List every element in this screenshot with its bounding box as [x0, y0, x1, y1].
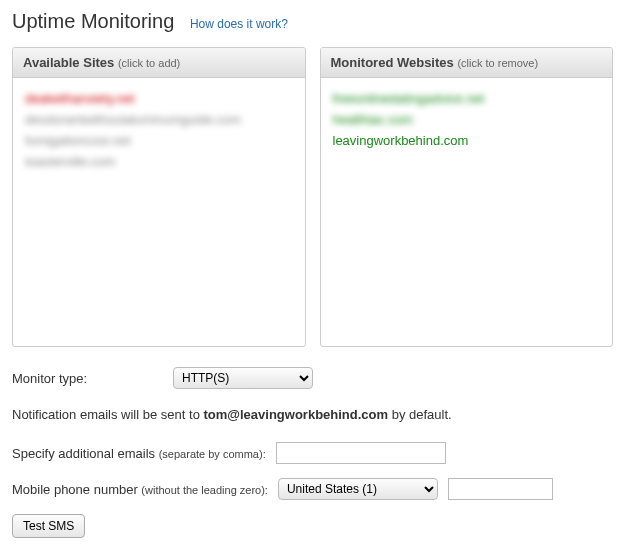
available-sites-list: dealwithanxiety.netdeodorantwithoutalumi… — [13, 78, 305, 346]
site-item[interactable]: leavingworkbehind.com — [333, 130, 601, 151]
note-prefix: Notification emails will be sent to — [12, 407, 203, 422]
site-item[interactable]: deodorantwithoutaluminumguide.com — [25, 109, 293, 130]
phone-country-select[interactable]: United States (1) — [278, 478, 438, 500]
site-item[interactable]: fumigationcost.net — [25, 130, 293, 151]
phone-number-input[interactable] — [448, 478, 553, 500]
additional-emails-label-wrap: Specify additional emails (separate by c… — [12, 446, 266, 461]
panels-row: Available Sites (click to add) dealwitha… — [12, 47, 613, 347]
monitor-type-select[interactable]: HTTP(S) — [173, 367, 313, 389]
monitored-sites-header: Monitored Websites (click to remove) — [321, 48, 613, 78]
site-item[interactable]: freeonlinedatingadvice.net — [333, 88, 601, 109]
phone-sub: (without the leading zero): — [141, 484, 268, 496]
note-suffix: by default. — [388, 407, 452, 422]
notification-note: Notification emails will be sent to tom@… — [12, 407, 613, 422]
monitored-sites-panel: Monitored Websites (click to remove) fre… — [320, 47, 614, 347]
available-sites-header: Available Sites (click to add) — [13, 48, 305, 78]
monitored-sites-subtitle: (click to remove) — [457, 57, 538, 69]
available-sites-panel: Available Sites (click to add) dealwitha… — [12, 47, 306, 347]
phone-label-wrap: Mobile phone number (without the leading… — [12, 482, 268, 497]
monitored-sites-title: Monitored Websites — [331, 55, 454, 70]
monitor-type-row: Monitor type: HTTP(S) — [12, 367, 613, 389]
test-sms-button[interactable]: Test SMS — [12, 514, 85, 538]
help-link[interactable]: How does it work? — [190, 17, 288, 31]
site-item[interactable]: healthiac.com — [333, 109, 601, 130]
phone-row: Mobile phone number (without the leading… — [12, 478, 613, 500]
site-item[interactable]: toasterville.com — [25, 151, 293, 172]
available-sites-title: Available Sites — [23, 55, 114, 70]
site-item[interactable]: dealwithanxiety.net — [25, 88, 293, 109]
additional-emails-input[interactable] — [276, 442, 446, 464]
phone-label: Mobile phone number — [12, 482, 141, 497]
additional-emails-sub: (separate by comma): — [159, 448, 266, 460]
available-sites-subtitle: (click to add) — [118, 57, 180, 69]
monitor-type-label: Monitor type: — [12, 371, 157, 386]
additional-emails-row: Specify additional emails (separate by c… — [12, 442, 613, 464]
page-title: Uptime Monitoring — [12, 10, 174, 32]
monitored-sites-list: freeonlinedatingadvice.nethealthiac.coml… — [321, 78, 613, 346]
page-header: Uptime Monitoring How does it work? — [12, 10, 613, 33]
note-email: tom@leavingworkbehind.com — [203, 407, 388, 422]
additional-emails-label: Specify additional emails — [12, 446, 159, 461]
